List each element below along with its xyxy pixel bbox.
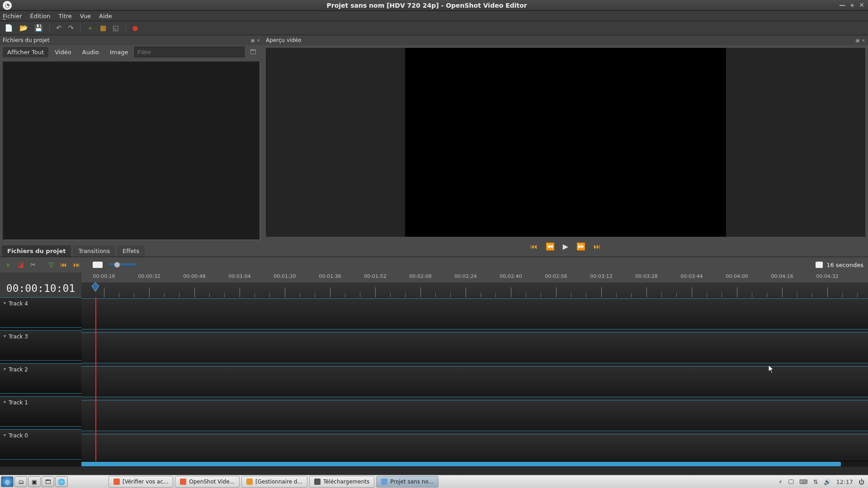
task-icon: [180, 479, 186, 485]
jump-end-icon[interactable]: ⏭: [594, 242, 601, 251]
tray-power-icon[interactable]: ⚡: [778, 479, 783, 485]
splitter-grip[interactable]: ┄┄┄: [263, 253, 868, 257]
detach-panel-icon[interactable]: ▣: [250, 38, 255, 43]
project-files-title: Fichiers du projet: [3, 37, 49, 43]
ruler-tick-label: 00:01:04: [228, 273, 250, 279]
launcher-browser-icon[interactable]: 🌐: [55, 476, 68, 487]
track-label[interactable]: ▾Track 0: [0, 429, 81, 460]
track-label[interactable]: ▾Track 3: [0, 330, 81, 361]
track-label[interactable]: ▾Track 2: [0, 363, 81, 394]
task-label: OpenShot Vide...: [189, 479, 235, 485]
close-panel-icon[interactable]: ✕: [862, 38, 865, 43]
task-icon: [314, 479, 321, 485]
save-project-icon[interactable]: 💾: [34, 24, 43, 32]
project-files-header: Fichiers du projet ▣ ✕: [0, 35, 263, 45]
main-toolbar: 📄 📂 💾 ↶ ↷ ＋ ▦ ◱ ●: [0, 21, 868, 35]
filter-tab-video[interactable]: Vidéo: [50, 47, 75, 57]
taskbar-task[interactable]: [Gestionnaire d...: [241, 476, 307, 488]
duration-label: 16 secondes: [826, 262, 863, 268]
forward-icon[interactable]: ⏩: [576, 242, 585, 251]
launcher-files-icon[interactable]: 🗂: [14, 476, 27, 487]
taskbar-task[interactable]: OpenShot Vide...: [175, 476, 240, 488]
taskbar-task[interactable]: Projet sans no...: [376, 476, 439, 488]
thumbnail-view-icon[interactable]: 🗔: [250, 48, 256, 56]
tray-volume-icon[interactable]: 🔊: [824, 479, 831, 485]
track-row[interactable]: [81, 332, 868, 363]
task-icon: [381, 479, 387, 485]
play-icon[interactable]: ▶: [563, 242, 568, 251]
center-playhead-toggle[interactable]: [93, 262, 103, 268]
track-name: Track 4: [9, 300, 28, 307]
taskbar-task[interactable]: Téléchargements: [309, 476, 374, 488]
filter-tab-audio[interactable]: Audio: [78, 47, 104, 57]
playhead-handle[interactable]: [92, 282, 99, 291]
timeline-scrollbar-thumb[interactable]: [81, 462, 841, 466]
project-files-area[interactable]: [3, 61, 260, 240]
menu-title[interactable]: Titre: [58, 13, 71, 19]
menu-file[interactable]: Fichier: [3, 13, 22, 19]
start-menu-button[interactable]: ◎: [1, 476, 14, 487]
filter-tab-all[interactable]: Afficher Tout: [3, 47, 48, 57]
add-marker-icon[interactable]: ▽: [49, 261, 54, 269]
launcher-terminal-icon[interactable]: ▣: [28, 476, 41, 487]
preview-viewport[interactable]: [266, 48, 865, 237]
fullscreen-icon[interactable]: ◱: [113, 24, 119, 32]
task-icon: [246, 479, 253, 485]
zoom-slider[interactable]: [109, 263, 136, 266]
next-marker-icon[interactable]: ⏭: [73, 261, 80, 269]
tab-transitions[interactable]: Transitions: [73, 245, 115, 257]
razor-tool-icon[interactable]: ✂: [30, 261, 36, 269]
add-track-icon[interactable]: ＋: [5, 261, 11, 269]
snapping-icon[interactable]: ◪: [18, 261, 24, 269]
track-row[interactable]: [81, 434, 868, 465]
timeline-ruler[interactable]: 00:00:1600:00:3200:00:4800:01:0400:01:20…: [81, 272, 868, 297]
tab-effects[interactable]: Effets: [117, 245, 145, 257]
close-button[interactable]: ✕: [859, 1, 864, 9]
new-project-icon[interactable]: 📄: [5, 24, 13, 32]
import-files-icon[interactable]: ＋: [87, 24, 94, 33]
track-row[interactable]: [81, 366, 868, 397]
menu-help[interactable]: Aide: [99, 13, 112, 19]
taskbar-task[interactable]: [Vérifier vos ac...: [108, 476, 173, 488]
tray-clock[interactable]: 12:17: [836, 479, 853, 485]
project-files-panel: Fichiers du projet ▣ ✕ Afficher Tout Vid…: [0, 35, 263, 257]
redo-icon[interactable]: ↷: [68, 24, 74, 32]
video-canvas: [405, 48, 726, 237]
tab-project-files[interactable]: Fichiers du projet: [2, 245, 71, 257]
task-icon: [113, 479, 120, 485]
close-panel-icon[interactable]: ✕: [257, 38, 260, 43]
chevron-down-icon: ▾: [4, 366, 6, 371]
tray-session-icon[interactable]: ⏻: [859, 479, 864, 485]
track-label[interactable]: ▾Track 1: [0, 396, 81, 427]
tray-keyboard-icon[interactable]: ⌨: [799, 479, 808, 485]
profile-icon[interactable]: ▦: [100, 24, 106, 32]
detach-panel-icon[interactable]: ▣: [855, 38, 859, 43]
filter-input[interactable]: [134, 47, 245, 57]
rewind-icon[interactable]: ⏪: [546, 242, 555, 251]
chevron-down-icon: ▾: [4, 333, 6, 338]
ruler-tick-label: 00:04:32: [816, 273, 838, 279]
undo-icon[interactable]: ↶: [56, 24, 62, 32]
ruler-tick-label: 00:02:24: [454, 273, 476, 279]
track-row[interactable]: [81, 298, 868, 329]
menu-edit[interactable]: Édition: [30, 13, 51, 19]
export-video-icon[interactable]: ●: [132, 24, 138, 32]
timeline-scrollbar[interactable]: [81, 461, 868, 467]
track-body[interactable]: [81, 297, 868, 467]
track-row[interactable]: [81, 400, 868, 431]
tray-network-icon[interactable]: ⇅: [813, 479, 818, 485]
open-project-icon[interactable]: 📂: [19, 24, 28, 32]
playhead-line: [95, 297, 96, 467]
jump-start-icon[interactable]: ⏮: [530, 242, 538, 251]
launcher-desktop-icon[interactable]: 🗔: [42, 476, 54, 487]
play-controls: ⏮ ⏪ ▶ ⏩ ⏭: [263, 239, 868, 253]
minimize-button[interactable]: —: [839, 1, 845, 9]
maximize-button[interactable]: ＋: [849, 1, 855, 9]
track-label[interactable]: ▾Track 4: [0, 297, 81, 328]
ruler-tick-label: 00:03:44: [680, 273, 703, 279]
prev-marker-icon[interactable]: ⏮: [60, 261, 67, 269]
task-label: Projet sans no...: [390, 479, 434, 485]
filter-tab-image[interactable]: Image: [105, 47, 133, 57]
tray-display-icon[interactable]: 🖵: [788, 479, 794, 485]
menu-view[interactable]: Vue: [80, 13, 91, 19]
